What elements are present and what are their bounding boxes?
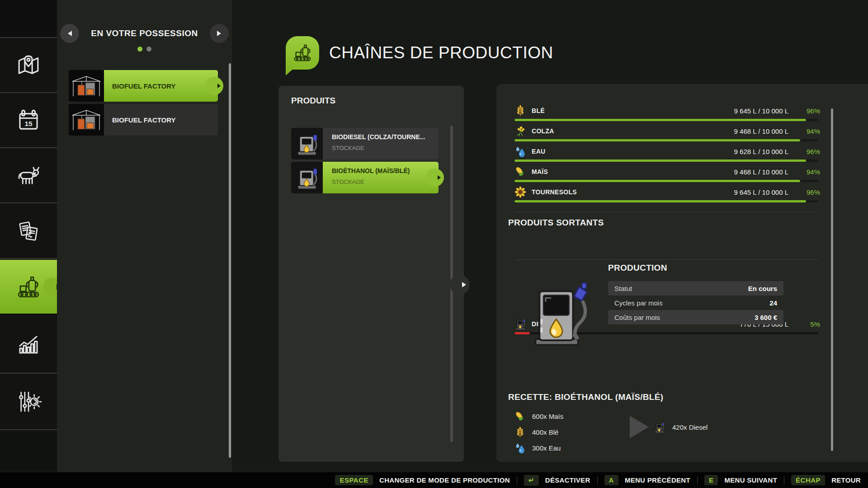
resource-name: EAU (532, 148, 545, 155)
product-list-item-selected[interactable]: BIOÉTHANOL (MAÏS/BLÉ) STOCKAGE (291, 162, 439, 193)
product-name: BIOÉTHANOL (MAÏS/BLÉ) (332, 167, 436, 174)
page-dot-2[interactable] (146, 47, 151, 52)
resource-percent: 94% (794, 168, 820, 176)
action-label: MENU PRÉCÉDENT (625, 476, 690, 484)
resource-row: COLZA 9 468 L / 10 000 L 94% (514, 124, 820, 145)
factory-thumbnail (69, 70, 104, 102)
sidebar-logo-slot (0, 0, 57, 38)
sidebar-item-contracts[interactable] (0, 204, 57, 259)
resource-name: COLZA (532, 127, 554, 135)
resource-name: TOURNESOLS (532, 188, 577, 196)
production-icon (292, 42, 313, 63)
ingredient-label: 400x Blé (532, 428, 558, 436)
production-table: Statut En cours Cycles par mois 24 Coûts… (608, 281, 783, 324)
page-dot-1[interactable] (137, 47, 142, 52)
product-subtitle: STOCKAGE (332, 178, 439, 185)
diesel-pump-icon (654, 422, 665, 433)
resource-bar (514, 200, 818, 202)
selected-arrow-icon (438, 175, 441, 180)
key-echap[interactable]: ÉCHAP (791, 475, 825, 485)
key-e[interactable]: E (704, 475, 718, 485)
factory-thumbnail (69, 104, 104, 136)
input-resources-list: BLÉ 9 645 L / 10 000 L 96% COLZA 9 468 L… (514, 104, 820, 206)
recipe-input: 300x Eau (514, 441, 561, 455)
key-enter[interactable]: ↵ (524, 475, 539, 486)
ingredient-label: 300x Eau (532, 444, 561, 452)
factory-image (69, 104, 104, 135)
production-chains-icon (286, 36, 319, 70)
recipe-arrow-icon (630, 416, 649, 438)
key-espace[interactable]: ESPACE (335, 475, 373, 485)
action-next-menu[interactable]: E MENU SUIVANT (704, 475, 777, 485)
products-panel-title: PRODUITS (291, 96, 335, 106)
separator (597, 476, 598, 484)
product-thumbnail (291, 162, 323, 193)
resource-row: TOURNESOLS 9 645 L / 10 000 L 96% (514, 185, 820, 206)
sidebar-item-production[interactable] (0, 260, 57, 314)
row-value: 3 600 € (755, 314, 777, 321)
prev-category-button[interactable] (60, 24, 79, 43)
fuel-pump-image (524, 279, 596, 348)
sidebar-item-animals[interactable] (0, 149, 57, 203)
factory-list-item[interactable]: BIOFUEL FACTORY (69, 104, 218, 136)
row-value: 24 (769, 299, 777, 307)
resource-percent: 96% (794, 107, 820, 115)
resource-amount: 9 468 L / 10 000 L (734, 127, 788, 135)
resource-amount: 9 628 L / 10 000 L (734, 148, 788, 155)
sidebar-item-map[interactable] (0, 39, 57, 93)
resource-name: BLÉ (532, 107, 545, 114)
resource-amount: 9 468 L / 10 000 L (734, 168, 788, 176)
resource-row: BLÉ 9 645 L / 10 000 L 96% (514, 104, 820, 124)
selected-arrow-icon (217, 84, 221, 88)
next-category-button[interactable] (210, 24, 229, 43)
sidebar-item-settings[interactable] (0, 375, 57, 430)
page-dots (57, 47, 232, 52)
chevron-right-icon (217, 31, 221, 36)
wheat-icon (514, 105, 526, 117)
product-name: BIODIESEL (COLZA/TOURNE... (332, 133, 436, 141)
fuel-pump-icon (295, 166, 319, 189)
panel-expander[interactable] (450, 275, 470, 295)
separator (697, 476, 698, 484)
statistics-icon (15, 331, 42, 357)
output-label: 420x Diesel (672, 423, 708, 431)
action-previous-menu[interactable]: A MENU PRÉCÉDENT (604, 475, 690, 485)
factory-list-item-selected[interactable]: BIOFUEL FACTORY (69, 70, 218, 102)
possession-scrollbar[interactable] (229, 63, 231, 458)
resource-row: MAÏS 9 468 L / 10 000 L 94% (514, 165, 820, 185)
action-label: RETOUR (831, 476, 861, 484)
production-title: PRODUCTION (608, 263, 667, 273)
production-detail-panel: BLÉ 9 645 L / 10 000 L 96% COLZA 9 468 L… (496, 84, 868, 462)
row-label: Statut (614, 285, 632, 292)
factory-name: BIOFUEL FACTORY (112, 116, 176, 124)
resource-percent: 96% (794, 148, 820, 155)
detail-scrollbar[interactable] (831, 108, 833, 451)
recipe-title: RECETTE: BIOÉTHANOL (MAÏS/BLÉ) (508, 392, 663, 402)
product-subtitle: STOCKAGE (332, 145, 439, 151)
action-label: DÉSACTIVER (545, 476, 590, 484)
sidebar-item-calendar[interactable] (0, 94, 57, 148)
cow-icon (15, 163, 42, 189)
action-back[interactable]: ÉCHAP RETOUR (791, 475, 861, 485)
resource-amount: 9 645 L / 10 000 L (734, 107, 788, 115)
resource-percent: 94% (794, 127, 820, 135)
key-a[interactable]: A (604, 475, 618, 485)
page-header: CHAÎNES DE PRODUCTION (286, 36, 553, 70)
contracts-icon (15, 218, 42, 244)
water-icon (514, 145, 526, 157)
ingredient-label: 600x Maïs (532, 413, 563, 420)
sidebar-item-statistics[interactable] (0, 315, 57, 374)
possession-column: EN VOTRE POSSESSION BIOFUEL FACTORY BIOF… (57, 0, 232, 472)
factory-name: BIOFUEL FACTORY (112, 82, 176, 90)
action-change-production-mode[interactable]: ESPACE CHANGER DE MODE DE PRODUCTION (335, 475, 509, 485)
chevron-left-icon (68, 31, 72, 36)
selected-bump (205, 77, 223, 95)
sunflower-icon (514, 186, 526, 198)
action-deactivate[interactable]: ↵ DÉSACTIVER (524, 475, 590, 486)
product-list-item[interactable]: BIODIESEL (COLZA/TOURNE... STOCKAGE (291, 128, 439, 160)
map-icon (15, 52, 42, 79)
corn-icon (514, 411, 526, 422)
recipe-input: 400x Blé (514, 425, 558, 439)
fuel-pump-icon (295, 132, 319, 155)
row-label: Coûts par mois (614, 314, 660, 321)
